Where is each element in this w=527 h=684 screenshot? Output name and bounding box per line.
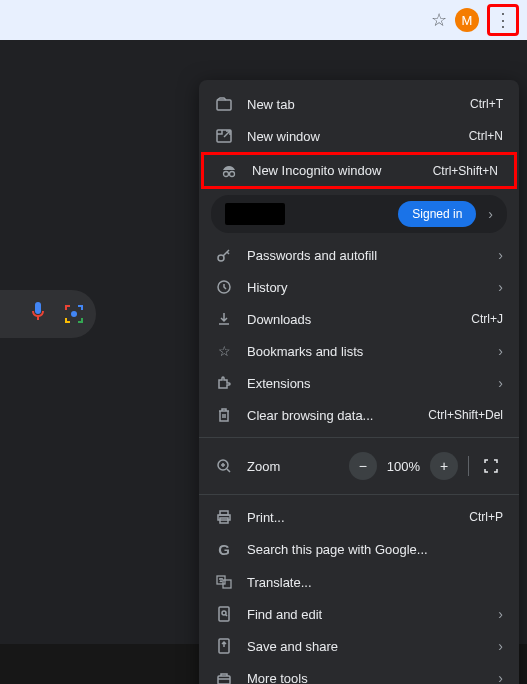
search-pill (0, 290, 96, 338)
chevron-right-icon: › (498, 670, 503, 684)
menu-shortcut: Ctrl+N (469, 129, 503, 143)
svg-rect-9 (217, 100, 231, 110)
menu-label: New Incognito window (252, 163, 419, 178)
print-icon (215, 509, 233, 525)
menu-label: Zoom (247, 459, 335, 474)
toolbox-icon (215, 671, 233, 684)
google-icon: G (215, 541, 233, 558)
zoom-icon (215, 458, 233, 474)
svg-rect-24 (218, 676, 230, 684)
window-icon (215, 129, 233, 143)
menu-new-incognito[interactable]: New Incognito window Ctrl+Shift+N (201, 152, 517, 189)
key-icon (215, 247, 233, 263)
menu-print[interactable]: Print... Ctrl+P (199, 501, 519, 533)
menu-label: History (247, 280, 484, 295)
history-icon (215, 279, 233, 295)
menu-search-page[interactable]: G Search this page with Google... (199, 533, 519, 566)
separator (468, 456, 469, 476)
menu-label: Extensions (247, 376, 484, 391)
profile-avatar[interactable]: M (455, 8, 479, 32)
content-area: New tab Ctrl+T New window Ctrl+N New Inc… (0, 40, 527, 644)
menu-label: Search this page with Google... (247, 542, 503, 557)
menu-label: New tab (247, 97, 456, 112)
menu-translate[interactable]: Translate... (199, 566, 519, 598)
menu-bookmarks[interactable]: ☆ Bookmarks and lists › (199, 335, 519, 367)
menu-shortcut: Ctrl+J (471, 312, 503, 326)
chevron-right-icon: › (498, 279, 503, 295)
divider (199, 437, 519, 438)
menu-passwords[interactable]: Passwords and autofill › (199, 239, 519, 271)
menu-shortcut: Ctrl+Shift+Del (428, 408, 503, 422)
svg-rect-3 (81, 305, 83, 310)
menu-find-edit[interactable]: Find and edit › (199, 598, 519, 630)
menu-label: New window (247, 129, 455, 144)
tab-icon (215, 97, 233, 111)
menu-history[interactable]: History › (199, 271, 519, 303)
download-icon (215, 311, 233, 327)
svg-point-8 (71, 311, 77, 317)
svg-rect-7 (81, 318, 83, 323)
menu-label: Clear browsing data... (247, 408, 414, 423)
menu-save-share[interactable]: Save and share › (199, 630, 519, 662)
chevron-right-icon: › (498, 638, 503, 654)
puzzle-icon (215, 375, 233, 391)
chevron-right-icon: › (484, 206, 497, 222)
fullscreen-button[interactable] (479, 454, 503, 478)
browser-toolbar: ☆ M ⋮ (0, 0, 527, 40)
menu-more-tools[interactable]: More tools › (199, 662, 519, 684)
account-box[interactable]: Signed in › (211, 195, 507, 233)
menu-downloads[interactable]: Downloads Ctrl+J (199, 303, 519, 335)
kebab-menu-button[interactable]: ⋮ (487, 4, 519, 36)
chrome-main-menu: New tab Ctrl+T New window Ctrl+N New Inc… (199, 80, 519, 684)
menu-label: More tools (247, 671, 484, 685)
menu-clear-data[interactable]: Clear browsing data... Ctrl+Shift+Del (199, 399, 519, 431)
account-name-redacted (225, 203, 285, 225)
menu-shortcut: Ctrl+T (470, 97, 503, 111)
share-icon (215, 638, 233, 654)
zoom-in-button[interactable]: + (430, 452, 458, 480)
chevron-right-icon: › (498, 375, 503, 391)
star-icon: ☆ (215, 343, 233, 359)
menu-label: Downloads (247, 312, 457, 327)
menu-label: Save and share (247, 639, 484, 654)
menu-label: Print... (247, 510, 455, 525)
menu-new-tab[interactable]: New tab Ctrl+T (199, 88, 519, 120)
chevron-right-icon: › (498, 247, 503, 263)
chevron-right-icon: › (498, 343, 503, 359)
chevron-right-icon: › (498, 606, 503, 622)
menu-label: Bookmarks and lists (247, 344, 484, 359)
svg-point-12 (230, 171, 235, 176)
menu-extensions[interactable]: Extensions › (199, 367, 519, 399)
lens-icon[interactable] (64, 304, 84, 324)
trash-icon (215, 407, 233, 423)
svg-rect-21 (219, 607, 229, 621)
menu-label: Translate... (247, 575, 503, 590)
find-icon (215, 606, 233, 622)
menu-label: Passwords and autofill (247, 248, 484, 263)
svg-point-11 (224, 171, 229, 176)
incognito-icon (220, 164, 238, 178)
translate-icon (215, 574, 233, 590)
menu-zoom: Zoom − 100% + (199, 444, 519, 488)
menu-shortcut: Ctrl+Shift+N (433, 164, 498, 178)
divider (199, 494, 519, 495)
mic-icon[interactable] (30, 302, 46, 327)
svg-rect-1 (65, 305, 67, 310)
menu-new-window[interactable]: New window Ctrl+N (199, 120, 519, 152)
menu-shortcut: Ctrl+P (469, 510, 503, 524)
bookmark-star-icon[interactable]: ☆ (431, 9, 447, 31)
svg-rect-5 (65, 318, 67, 323)
svg-point-22 (222, 611, 226, 615)
signed-in-badge: Signed in (398, 201, 476, 227)
menu-label: Find and edit (247, 607, 484, 622)
zoom-out-button[interactable]: − (349, 452, 377, 480)
zoom-value: 100% (381, 459, 426, 474)
